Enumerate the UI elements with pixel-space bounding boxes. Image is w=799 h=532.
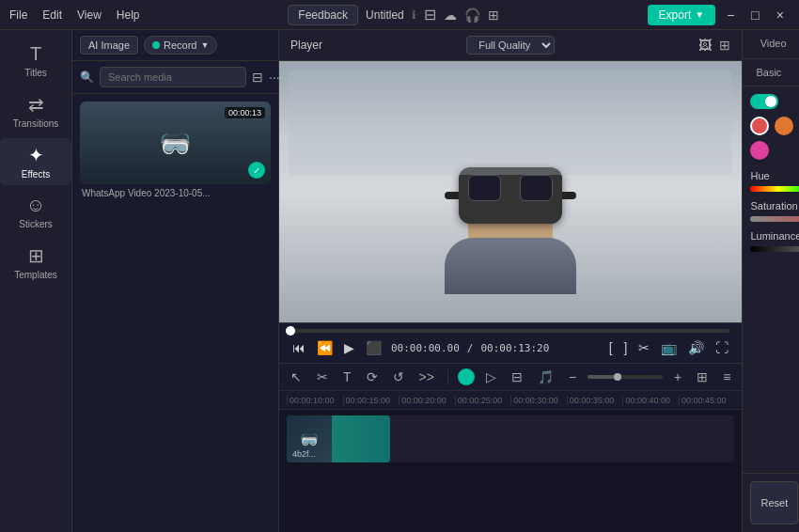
tl-settings-icon[interactable]: ⊞ <box>693 368 712 386</box>
track-clip[interactable]: 🥽 4b2f... <box>287 415 390 462</box>
stop-button[interactable]: ⬛ <box>364 338 384 357</box>
media-panel: AI Image Record ▼ 🔍 ⊟ ··· 🥽 <box>72 30 279 532</box>
ruler-mark: 00:00:40:00 <box>622 396 679 405</box>
ruler-mark: 00:00:25:00 <box>455 396 511 405</box>
timeline-area: ↖ ✂ T ⟳ ↺ >> ▷ ⊟ 🎵 − + ⊞ <box>279 363 742 532</box>
info-icon: ℹ <box>412 8 416 22</box>
list-item[interactable]: 🥽 00:00:13 ✓ WhatsApp Video 2023-10-05..… <box>80 102 271 198</box>
clip-label: 4b2f... <box>289 447 320 461</box>
saturation-slider-track[interactable] <box>750 216 799 222</box>
stickers-icon: ☺ <box>26 195 45 216</box>
sidebar-item-templates[interactable]: ⊞ Templates <box>0 239 71 286</box>
timeline-tracks: 🥽 4b2f... <box>279 410 742 532</box>
close-button[interactable]: × <box>771 6 790 24</box>
current-time: 00:00:00.00 <box>391 342 460 354</box>
saturation-slider-group: Saturation ◇ 0.00 <box>750 199 799 222</box>
transitions-icon: ⇄ <box>28 93 44 116</box>
tl-separator-1 <box>447 369 448 384</box>
tl-minus-tool[interactable]: − <box>565 368 580 386</box>
fullscreen-button[interactable]: ⛶ <box>713 338 730 357</box>
zoom-track[interactable] <box>588 375 663 379</box>
tl-split-tool[interactable]: ⊟ <box>508 368 526 386</box>
bracket-in-button[interactable]: [ <box>607 338 615 357</box>
pointer-tool[interactable]: ↖ <box>287 368 306 386</box>
tl-options-icon[interactable]: ≡ <box>719 368 734 386</box>
sidebar-item-transitions[interactable]: ⇄ Transitions <box>0 87 71 134</box>
color-dot-pink[interactable] <box>750 141 769 160</box>
more-options-icon[interactable]: ··· <box>269 70 280 85</box>
split-button[interactable]: ✂ <box>636 338 651 357</box>
history-tool[interactable]: ⟳ <box>363 368 382 386</box>
record-button[interactable]: Record ▼ <box>144 36 217 55</box>
chevron-down-icon: ▼ <box>695 9 704 20</box>
tl-audio-tool[interactable]: 🎵 <box>534 368 557 386</box>
bracket-out-button[interactable]: ] <box>622 338 630 357</box>
menu-view[interactable]: View <box>77 8 102 22</box>
player-label: Player <box>290 39 322 52</box>
tab-video[interactable]: Video <box>743 30 799 58</box>
luminance-slider-track[interactable] <box>750 246 799 252</box>
video-container <box>279 61 742 322</box>
hsl-toggle-row: HSL ◇ <box>750 94 799 109</box>
screen-button[interactable]: 📺 <box>659 338 679 357</box>
color-dot-red[interactable] <box>750 117 769 135</box>
sidebar-item-effects[interactable]: ✦ Effects <box>0 138 71 185</box>
titlebar: File Edit View Help Feedback Untitled ℹ … <box>0 0 799 30</box>
player-area: Player Full Quality 🖼 ⊞ <box>279 30 742 363</box>
titlebar-center: Feedback Untitled ℹ ⊟ ☁ 🎧 ⊞ <box>288 5 498 25</box>
tl-plus-tool[interactable]: + <box>670 368 685 386</box>
left-toolbar: T Titles ⇄ Transitions ✦ Effects ☺ Stick… <box>0 30 72 532</box>
media-grid: 🥽 00:00:13 ✓ WhatsApp Video 2023-10-05..… <box>72 94 278 532</box>
ctrl-left: ⏮ ⏪ ▶ ⬛ 00:00:00.00 / 00:00:13:20 <box>290 338 549 357</box>
prev-frame-button[interactable]: ⏮ <box>290 338 307 357</box>
selected-check-badge: ✓ <box>248 162 265 179</box>
menu-help[interactable]: Help <box>117 8 140 22</box>
saturation-label: Saturation <box>750 200 797 211</box>
main-layout: T Titles ⇄ Transitions ✦ Effects ☺ Stick… <box>0 30 799 532</box>
quality-select[interactable]: Full Quality <box>466 36 555 55</box>
step-back-button[interactable]: ⏪ <box>315 338 335 357</box>
feedback-button[interactable]: Feedback <box>288 5 358 25</box>
right-panel-tabs: Video Color Speed <box>743 30 799 59</box>
expand-icon[interactable]: ⊞ <box>719 38 730 53</box>
color-dot-orange[interactable] <box>775 117 793 135</box>
zoom-thumb-handle <box>614 373 621 381</box>
filter-icon[interactable]: ⊟ <box>252 70 263 85</box>
time-separator: / <box>467 342 474 354</box>
razor-tool[interactable]: ✂ <box>313 368 332 386</box>
hsl-toggle[interactable] <box>750 94 778 109</box>
volume-button[interactable]: 🔊 <box>686 338 706 357</box>
total-time: 00:00:13:20 <box>480 342 549 354</box>
progress-bar[interactable] <box>290 329 730 333</box>
subtab-basic[interactable]: Basic <box>750 65 787 80</box>
media-top-toolbar: AI Image Record ▼ <box>72 30 278 61</box>
more-tools[interactable]: >> <box>415 368 438 386</box>
tl-record-button[interactable] <box>458 368 475 385</box>
player-header-icons: 🖼 ⊞ <box>698 38 730 53</box>
media-search-bar: 🔍 ⊟ ··· <box>72 61 278 94</box>
ai-image-button[interactable]: AI Image <box>80 36 138 55</box>
hue-label: Hue <box>750 170 769 181</box>
tl-play-tool[interactable]: ▷ <box>482 368 500 386</box>
menu-file[interactable]: File <box>9 8 27 22</box>
sidebar-item-titles[interactable]: T Titles <box>0 38 71 84</box>
export-button[interactable]: Export ▼ <box>648 5 716 25</box>
play-button[interactable]: ▶ <box>342 338 356 357</box>
image-icon[interactable]: 🖼 <box>698 38 712 53</box>
text-tool[interactable]: T <box>339 368 355 386</box>
maximize-button[interactable]: □ <box>745 6 764 24</box>
refresh-tool[interactable]: ↺ <box>389 368 408 386</box>
progress-thumb <box>286 326 295 336</box>
reset-button[interactable]: Reset <box>750 481 798 524</box>
ctrl-right: [ ] ✂ 📺 🔊 ⛶ <box>607 338 731 357</box>
hue-slider-track[interactable] <box>750 186 799 192</box>
search-input[interactable] <box>100 67 246 87</box>
hsl-section: HSL ◇ Hue ◇ 0.00 Saturation ◇ 0.00 <box>743 86 799 267</box>
minimize-button[interactable]: − <box>721 6 740 24</box>
color-subtabs: Basic HSL ◑ ⊟ ▼ <box>743 59 799 86</box>
titles-label: Titles <box>24 68 47 78</box>
sidebar-item-stickers[interactable]: ☺ Stickers <box>0 189 71 235</box>
media-item-name: WhatsApp Video 2023-10-05... <box>80 188 271 198</box>
menu-edit[interactable]: Edit <box>42 8 62 22</box>
center-panel: Player Full Quality 🖼 ⊞ <box>279 30 742 532</box>
